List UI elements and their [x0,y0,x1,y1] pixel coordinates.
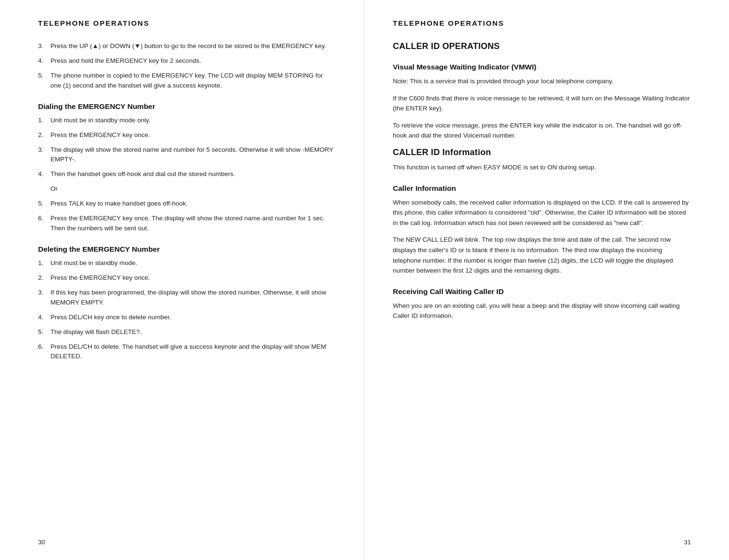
item-text: Press DEL/CH key once to delete number. [50,313,335,323]
deleting-section-title: Deleting the EMERGENCY Number [38,245,335,254]
item-number: 4. [38,313,50,323]
item-text: Press the UP (▲) or DOWN (▼) button to g… [50,41,335,51]
left-page: TELEPHONE OPERATIONS 3. Press the UP (▲)… [0,0,364,560]
caller-id-info-title: CALLER ID Information [393,147,691,157]
list-item: 5. The display will flash DELETE?. [38,327,335,337]
list-item: 5. Press TALK key to make handset goes o… [38,199,335,209]
item-text: The display will show the stored name an… [50,145,335,165]
item-text: Press the EMERGENCY key once. [50,130,335,140]
item-text: Unit must be in standby mode. [50,258,335,268]
item-text: Press DEL/CH to delete. The handset will… [50,342,335,362]
vmwi-para-1: If the C600 finds that there is voice me… [393,93,691,114]
item-number: 3. [38,288,50,298]
item-number: 2. [38,130,50,140]
dialing-list: 1. Unit must be in standby mode only. 2.… [38,116,335,180]
list-item: 4. Press DEL/CH key once to delete numbe… [38,313,335,323]
vmwi-title: Visual Message Waiting Indicator (VMWI) [393,63,691,71]
item-number: 5. [38,71,50,81]
item-text: Press and hold the EMERGENCY key for 2 s… [50,56,335,66]
list-item: 6. Press DEL/CH to delete. The handset w… [38,342,335,362]
call-waiting-title: Receiving Call Waiting Caller ID [393,287,691,296]
item-text: The display will flash DELETE?. [50,327,335,337]
item-number: 3. [38,41,50,51]
item-number: 4. [38,169,50,179]
list-item: 3. Press the UP (▲) or DOWN (▼) button t… [38,41,335,51]
item-text: If this key has been programmed, the dis… [50,288,335,308]
deleting-list: 1. Unit must be in standby mode. 2. Pres… [38,258,335,362]
item-number: 3. [38,145,50,155]
caller-id-ops-title: CALLER ID OPERATIONS [393,41,691,51]
item-text: Unit must be in standby mode only. [50,116,335,126]
list-item: 3. The display will show the stored name… [38,145,335,165]
call-waiting-para-0: When you are on an existing call, you wi… [393,301,691,321]
list-item: 3. If this key has been programmed, the … [38,288,335,308]
left-page-header: TELEPHONE OPERATIONS [38,19,335,27]
right-page-number: 31 [684,539,691,546]
right-page-header: TELEPHONE OPERATIONS [393,19,691,27]
item-number: 1. [38,116,50,126]
list-item: 2. Press the EMERGENCY key once. [38,130,335,140]
vmwi-para-2: To retrieve the voice message, press the… [393,120,691,141]
caller-info-para-1: The NEW CALL LED will blink. The top row… [393,235,691,275]
top-list: 3. Press the UP (▲) or DOWN (▼) button t… [38,41,335,91]
list-item: 6. Press the EMERGENCY key once. The dis… [38,214,335,234]
dialing-list-continued: 5. Press TALK key to make handset goes o… [38,199,335,234]
item-number: 4. [38,56,50,66]
vmwi-para-0: Note: This is a service that is provided… [393,76,691,87]
list-item: 5. The phone number is copied to the EME… [38,71,335,91]
dialing-section-title: Dialing the EMERGENCY Number [38,102,335,111]
list-item: 1. Unit must be in standby mode. [38,258,335,268]
list-item: 2. Press the EMERGENCY key once. [38,273,335,283]
item-number: 5. [38,199,50,209]
item-number: 6. [38,214,50,224]
caller-info-title: Caller Information [393,184,691,193]
item-number: 5. [38,327,50,337]
caller-info-para-0: When somebody calls, the received caller… [393,197,691,228]
item-text: Press TALK key to make handset goes off-… [50,199,335,209]
item-text: Then the handset goes off-hook and dial … [50,169,335,179]
item-number: 6. [38,342,50,352]
right-page: TELEPHONE OPERATIONS CALLER ID OPERATION… [364,0,729,560]
list-item: 4. Press and hold the EMERGENCY key for … [38,56,335,66]
caller-id-info-para-0: This function is turned off when EASY MO… [393,162,691,173]
item-number: 2. [38,273,50,283]
item-text: Press the EMERGENCY key once. [50,273,335,283]
item-text: The phone number is copied to the EMERGE… [50,71,335,91]
or-text: Or [50,184,335,194]
left-page-number: 30 [38,539,45,546]
item-number: 1. [38,258,50,268]
list-item: 1. Unit must be in standby mode only. [38,116,335,126]
list-item: 4. Then the handset goes off-hook and di… [38,169,335,179]
item-text: Press the EMERGENCY key once. The displa… [50,214,335,234]
